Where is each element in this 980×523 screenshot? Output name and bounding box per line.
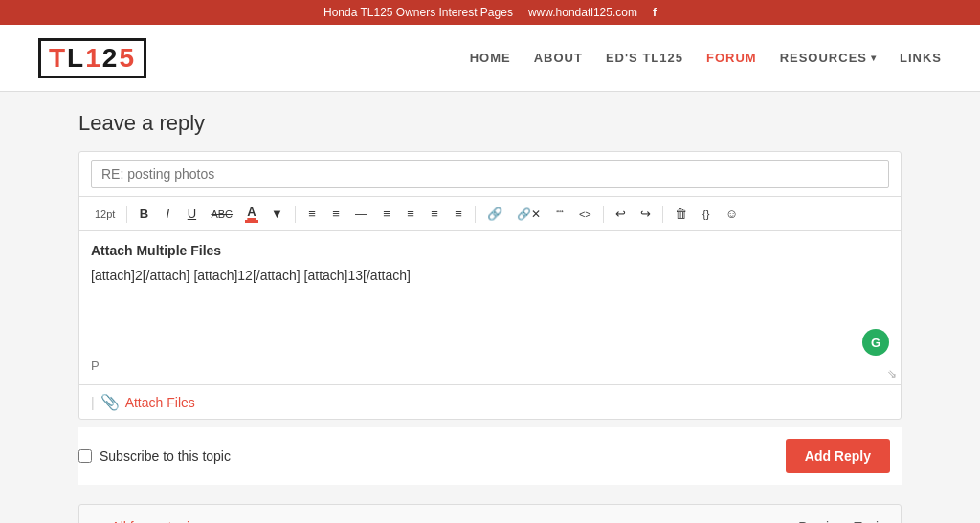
nav-home[interactable]: HOME (470, 51, 511, 65)
unordered-list-btn[interactable]: ≡ (325, 203, 346, 225)
font-size-btn[interactable]: 12pt (89, 205, 121, 224)
ordered-list-btn[interactable]: ≡ (301, 203, 323, 225)
nav-resources[interactable]: RESOURCES ▾ (780, 51, 877, 65)
subject-row (79, 152, 901, 197)
site-logo[interactable]: TL125 (38, 38, 146, 78)
editor-toolbar: 12pt B I U ABC A ▼ ≡ ≡ — ≡ ≡ ≡ ≡ 🔗 🔗✕ ““… (79, 197, 901, 231)
delete-btn[interactable]: 🗑 (669, 203, 693, 225)
font-color-btn[interactable]: A (241, 203, 262, 225)
italic-btn[interactable]: I (157, 203, 178, 225)
resize-handle[interactable]: ⇘ (887, 367, 897, 381)
attach-bar: | 📎 Attach Files (79, 384, 901, 419)
bold-btn[interactable]: B (133, 203, 154, 225)
toolbar-divider-3 (475, 206, 476, 223)
undo-btn[interactable]: ↩ (610, 203, 632, 225)
subscribe-text: Subscribe to this topic (100, 448, 231, 464)
subject-input[interactable] (91, 160, 889, 188)
font-color-arrow-btn[interactable]: ▼ (265, 203, 289, 225)
link-btn[interactable]: 🔗 (481, 203, 508, 225)
align-justify-btn[interactable]: ≡ (448, 203, 469, 225)
previous-topic-label: Previous Topic (798, 519, 885, 523)
subscribe-label[interactable]: Subscribe to this topic (78, 448, 231, 464)
nav-eds-tl125[interactable]: ED'S TL125 (606, 51, 683, 65)
page-content: Leave a reply 12pt B I U ABC A ▼ ≡ ≡ — ≡… (59, 92, 921, 523)
strikethrough-btn[interactable]: ABC (205, 205, 238, 224)
paperclip-icon: 📎 (100, 393, 120, 411)
nav-forum[interactable]: FORUM (706, 51, 757, 65)
redo-btn[interactable]: ↪ (635, 203, 657, 225)
nav-links[interactable]: LINKS (900, 51, 942, 65)
attach-files-link[interactable]: Attach Files (125, 395, 195, 410)
nav-links: HOME ABOUT ED'S TL125 FORUM RESOURCES ▾ … (470, 51, 942, 65)
align-right-btn[interactable]: ≡ (424, 203, 445, 225)
all-topics-label: All forum topics (111, 519, 203, 523)
align-center-btn[interactable]: ≡ (400, 203, 421, 225)
source-btn[interactable]: {} (696, 205, 717, 224)
chevron-down-icon: ▾ (871, 53, 877, 63)
editor-body[interactable]: Attach Multiple Files [attach]2[/attach]… (79, 231, 901, 384)
toolbar-divider-4 (603, 206, 604, 223)
unlink-btn[interactable]: 🔗✕ (511, 204, 546, 225)
code-btn[interactable]: <> (573, 205, 597, 224)
toolbar-divider-5 (662, 206, 663, 223)
forum-nav-bar: ≡ All forum topics ‹ Previous Topic (78, 504, 902, 523)
align-left-btn[interactable]: ≡ (376, 203, 397, 225)
main-nav: TL125 HOME ABOUT ED'S TL125 FORUM RESOUR… (0, 25, 980, 92)
top-bar-website: www.hondatl125.com (528, 6, 637, 19)
hr-btn[interactable]: — (349, 203, 373, 225)
toolbar-divider-2 (295, 206, 296, 223)
top-bar-text: Honda TL125 Owners Interest Pages (323, 6, 513, 19)
top-bar: Honda TL125 Owners Interest Pages www.ho… (0, 0, 980, 25)
list-icon: ≡ (95, 518, 103, 523)
editor-p-tag: P (91, 359, 100, 373)
editor-content: [attach]2[/attach] [attach]12[/attach] [… (91, 268, 889, 283)
subscribe-row: Subscribe to this topic Add Reply (78, 427, 902, 485)
emoji-btn[interactable]: ☺ (720, 203, 744, 225)
avatar: G (862, 329, 889, 356)
subscribe-checkbox[interactable] (78, 449, 92, 463)
add-reply-button[interactable]: Add Reply (786, 439, 890, 473)
nav-about[interactable]: ABOUT (534, 51, 583, 65)
previous-topic-link[interactable]: ‹ Previous Topic (789, 519, 885, 523)
attach-divider: | (91, 395, 95, 410)
chevron-left-icon: ‹ (789, 519, 793, 523)
page-title: Leave a reply (78, 111, 902, 136)
editor-heading: Attach Multiple Files (91, 243, 889, 258)
toolbar-divider (126, 206, 127, 223)
facebook-icon[interactable]: f (653, 6, 657, 19)
blockquote-btn[interactable]: ““ (549, 205, 570, 224)
all-forum-topics-link[interactable]: ≡ All forum topics (95, 518, 203, 523)
editor-container: 12pt B I U ABC A ▼ ≡ ≡ — ≡ ≡ ≡ ≡ 🔗 🔗✕ ““… (78, 151, 902, 420)
underline-btn[interactable]: U (181, 203, 202, 225)
